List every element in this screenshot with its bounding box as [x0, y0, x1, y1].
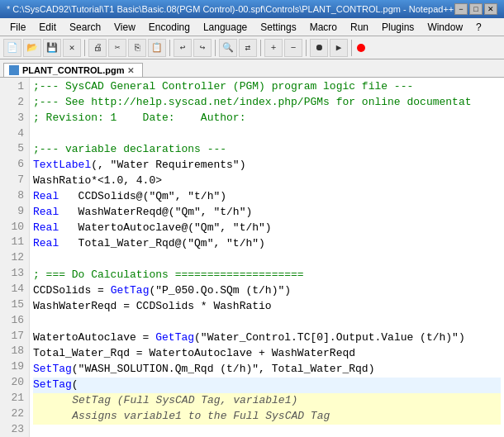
- editor-container: 123456789101112131415161718192021222324 …: [0, 78, 504, 437]
- save-button[interactable]: 💾: [43, 39, 61, 57]
- replace-button[interactable]: ⇄: [239, 39, 257, 57]
- code-line: ;--- SysCAD General Controller (PGM) pro…: [33, 79, 501, 95]
- menu-item-?[interactable]: ?: [469, 20, 488, 35]
- code-line: WashWaterReqd = CCDSolids * WashRatio: [33, 299, 501, 315]
- tab-label: PLANT_CONTROL.pgm: [22, 65, 124, 75]
- separator-1: [84, 40, 85, 56]
- code-line: SetTag("WASH_SOLUTION.Qm_Rqd (t/h)", Tot…: [33, 362, 501, 378]
- code-line: SetTag(: [33, 378, 501, 393]
- line-number: 17: [3, 329, 24, 344]
- close-button[interactable]: ✕: [484, 3, 497, 15]
- code-line: WashRatio*<1.0, 4.0>: [33, 173, 501, 189]
- code-area[interactable]: ;--- SysCAD General Controller (PGM) pro…: [30, 78, 504, 437]
- tab-icon: [9, 65, 19, 75]
- print-button[interactable]: 🖨: [88, 39, 107, 57]
- menu-item-search[interactable]: Search: [63, 20, 107, 35]
- close-file-button[interactable]: ✕: [63, 39, 81, 57]
- title-bar: * C:\SysCAD92\Tutorial\T1 Basic\Basic.08…: [0, 0, 504, 18]
- separator-6: [351, 40, 352, 56]
- line-number: 21: [3, 391, 24, 406]
- code-line: Real WatertoAutoclave@("Qm", "t/h"): [33, 221, 501, 236]
- code-line: ;--- See http://help.syscad.net/index.ph…: [33, 95, 501, 111]
- line-number: 19: [3, 359, 24, 375]
- line-numbers: 123456789101112131415161718192021222324: [0, 78, 30, 437]
- separator-4: [260, 40, 261, 56]
- open-button[interactable]: 📂: [23, 39, 41, 57]
- line-number: 4: [3, 126, 24, 142]
- macro-button[interactable]: ⏺: [310, 39, 328, 57]
- menu-item-view[interactable]: View: [107, 20, 142, 35]
- line-number: 9: [3, 204, 24, 220]
- code-line: [33, 252, 501, 268]
- code-line: Real Total_Water_Rqd@("Qm", "t/h"): [33, 236, 501, 252]
- cut-button[interactable]: ✂: [108, 39, 126, 57]
- code-line: ; === Do Calculations ==================…: [33, 268, 501, 283]
- code-line: ;--- variable declarations ---: [33, 142, 501, 158]
- zoom-in-button[interactable]: +: [264, 39, 283, 57]
- line-number: 22: [3, 406, 24, 422]
- window-controls: − □ ✕: [454, 3, 497, 15]
- separator-3: [215, 40, 216, 56]
- code-line: SetTag (Full SysCAD Tag, variable1): [33, 393, 501, 409]
- find-button[interactable]: 🔍: [219, 39, 237, 57]
- code-line: Assigns variable1 to the Full SysCAD Tag: [33, 409, 501, 425]
- line-number: 2: [3, 95, 24, 111]
- menu-item-edit[interactable]: Edit: [32, 20, 63, 35]
- code-line: [33, 315, 501, 330]
- code-line: [33, 425, 501, 437]
- code-line: CCDSolids = GetTag("P_050.Qo.SQm (t/h)"): [33, 283, 501, 299]
- menu-item-settings[interactable]: Settings: [254, 20, 302, 35]
- menu-bar: FileEditSearchViewEncodingLanguageSettin…: [0, 18, 504, 36]
- line-number: 12: [3, 250, 24, 266]
- line-number: 15: [3, 297, 24, 313]
- menu-item-run[interactable]: Run: [344, 20, 375, 35]
- menu-item-macro[interactable]: Macro: [303, 20, 344, 35]
- file-tab[interactable]: PLANT_CONTROL.pgm ✕: [3, 63, 143, 77]
- separator-5: [306, 40, 307, 56]
- line-number: 10: [3, 220, 24, 235]
- menu-item-plugins[interactable]: Plugins: [375, 20, 421, 35]
- code-line: ; Revision: 1 Date: Author:: [33, 111, 501, 126]
- run-button[interactable]: ▶: [330, 39, 348, 57]
- line-number: 5: [3, 141, 24, 157]
- toolbar: 📄 📂 💾 ✕ 🖨 ✂ ⎘ 📋 ↩ ↪ 🔍 ⇄ + − ⏺ ▶: [0, 36, 504, 59]
- code-line: TextLabel(, "Water Requirements"): [33, 158, 501, 173]
- title-text: * C:\SysCAD92\Tutorial\T1 Basic\Basic.08…: [7, 4, 454, 14]
- line-number: 23: [3, 422, 24, 437]
- redo-button[interactable]: ↪: [193, 39, 212, 57]
- line-number: 16: [3, 313, 24, 329]
- minimize-button[interactable]: −: [454, 3, 468, 15]
- line-number: 20: [3, 375, 24, 391]
- undo-button[interactable]: ↩: [174, 39, 192, 57]
- line-number: 18: [3, 344, 24, 359]
- line-number: 3: [3, 111, 24, 126]
- line-number: 11: [3, 235, 24, 250]
- line-number: 6: [3, 157, 24, 173]
- code-line: Total_Water_Rqd = WatertoAutoclave + Was…: [33, 346, 501, 362]
- line-number: 1: [3, 79, 24, 95]
- tab-close-button[interactable]: ✕: [127, 66, 134, 75]
- line-number: 13: [3, 266, 24, 282]
- code-line: [33, 126, 501, 142]
- maximize-button[interactable]: □: [469, 3, 483, 15]
- code-line: Real CCDSolids@("Qm", "t/h"): [33, 189, 501, 205]
- tab-bar: PLANT_CONTROL.pgm ✕: [0, 59, 504, 78]
- paste-button[interactable]: 📋: [148, 39, 166, 57]
- record-indicator: [357, 44, 365, 52]
- separator-2: [169, 40, 170, 56]
- line-number: 14: [3, 282, 24, 297]
- zoom-out-button[interactable]: −: [284, 39, 302, 57]
- copy-button[interactable]: ⎘: [128, 39, 146, 57]
- code-line: WatertoAutoclave = GetTag("Water_Control…: [33, 330, 501, 346]
- new-button[interactable]: 📄: [3, 39, 21, 57]
- menu-item-file[interactable]: File: [3, 20, 32, 35]
- code-line: Real WashWaterReqd@("Qm", "t/h"): [33, 205, 501, 221]
- line-number: 7: [3, 173, 24, 188]
- line-number: 8: [3, 188, 24, 204]
- menu-item-language[interactable]: Language: [197, 20, 254, 35]
- menu-item-encoding[interactable]: Encoding: [142, 20, 197, 35]
- menu-item-window[interactable]: Window: [421, 20, 469, 35]
